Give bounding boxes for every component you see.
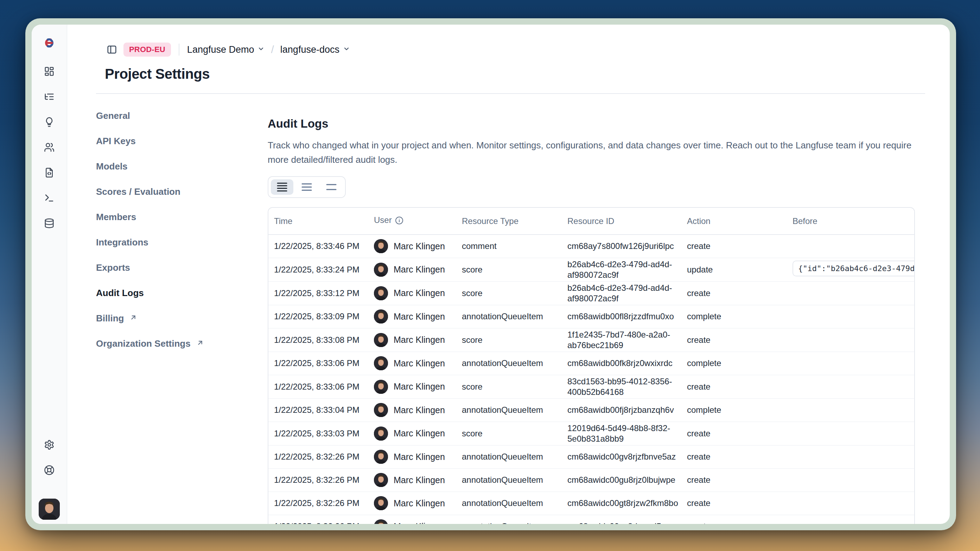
- settings-nav-label: Models: [96, 161, 128, 172]
- rows-dense-button[interactable]: [271, 179, 293, 195]
- settings-gear-icon[interactable]: [44, 440, 54, 450]
- cell-resource-id: 83cd1563-bb95-4012-8356-400b52b64168: [567, 375, 687, 399]
- cell-time: 1/22/2025, 8:33:24 PM: [268, 258, 374, 281]
- settings-nav-item-billing[interactable]: Billing: [96, 313, 268, 324]
- settings-nav-item-audit-logs[interactable]: Audit Logs: [96, 287, 268, 299]
- cell-resource-id: b26ab4c6-d2e3-479d-ad4d-af980072ac9f: [567, 258, 687, 281]
- main-area: PROD-EU Langfuse Demo / langfuse-docs Pr…: [67, 25, 950, 524]
- cell-before: [792, 235, 914, 258]
- settings-nav-label: Exports: [96, 262, 130, 273]
- audit-log-row: 1/22/2025, 8:32:26 PMMarc Klingenannotat…: [268, 492, 914, 515]
- breadcrumb-divider: [179, 44, 180, 56]
- org-dropdown[interactable]: Langfuse Demo: [187, 44, 265, 55]
- col-header-before: Before: [792, 208, 914, 235]
- row-user-name: Marc Klingen: [394, 288, 445, 298]
- row-user-name: Marc Klingen: [394, 521, 445, 524]
- audit-log-row: 1/22/2025, 8:32:26 PMMarc Klingenannotat…: [268, 445, 914, 468]
- file-code-icon[interactable]: [44, 167, 54, 178]
- cell-action: create: [687, 468, 792, 492]
- row-user-avatar: [374, 286, 388, 300]
- rows-relaxed-button[interactable]: [320, 179, 343, 195]
- icon-rail: [32, 25, 67, 524]
- cell-before: [792, 492, 914, 515]
- cell-resource-type: score: [462, 375, 567, 399]
- cell-before: {"id":"b26ab4c6-d2e3-479d-a: [792, 258, 914, 281]
- cell-user: Marc Klingen: [374, 445, 462, 468]
- audit-log-table: Time User Resource Type Resource ID Acti…: [268, 208, 914, 524]
- cell-time: 1/22/2025, 8:32:26 PM: [268, 492, 374, 515]
- users-icon[interactable]: [44, 142, 54, 152]
- settings-nav-label: General: [96, 110, 130, 121]
- settings-nav-item-api-keys[interactable]: API Keys: [96, 135, 268, 147]
- settings-nav-item-organization-settings[interactable]: Organization Settings: [96, 338, 268, 349]
- cell-resource-type: annotationQueueItem: [462, 305, 567, 328]
- section-description: Track who changed what in your project a…: [268, 138, 917, 167]
- settings-nav-item-general[interactable]: General: [96, 110, 268, 121]
- cell-resource-id: 1f1e2435-7bd7-480e-a2a0-ab76bec21b69: [567, 328, 687, 352]
- cell-before: [792, 468, 914, 492]
- info-icon[interactable]: [395, 216, 404, 227]
- cell-resource-id: cm68awidb00fl8rjzzdfmu0xo: [567, 305, 687, 328]
- langfuse-logo-icon[interactable]: [43, 37, 56, 49]
- panel-left-toggle-icon[interactable]: [107, 44, 117, 55]
- cell-resource-id: 12019d64-5d49-48b8-8f32-5e0b831a8bb9: [567, 422, 687, 445]
- before-json-chip[interactable]: {"id":"b26ab4c6-d2e3-479d-a: [792, 260, 915, 276]
- cell-action: create: [687, 375, 792, 399]
- project-dropdown[interactable]: langfuse-docs: [280, 44, 350, 55]
- cell-action: complete: [687, 399, 792, 422]
- row-user-avatar: [374, 356, 388, 370]
- user-avatar[interactable]: [39, 499, 60, 520]
- audit-log-row: 1/22/2025, 8:33:08 PMMarc Klingenscore1f…: [268, 328, 914, 352]
- cell-resource-id: cm68awidc00gu8rjz0lbujwpe: [567, 468, 687, 492]
- cell-action: complete: [687, 352, 792, 375]
- tracing-tree-icon[interactable]: [44, 91, 54, 102]
- rows-medium-button[interactable]: [296, 179, 318, 195]
- audit-log-row: 1/22/2025, 8:32:26 PMMarc Klingenannotat…: [268, 468, 914, 492]
- settings-nav-label: Members: [96, 211, 136, 222]
- row-user-avatar: [374, 496, 388, 510]
- row-user-avatar: [374, 333, 388, 347]
- row-user-name: Marc Klingen: [394, 452, 445, 462]
- row-user-avatar: [374, 403, 388, 417]
- settings-nav-item-scores-evaluation[interactable]: Scores / Evaluation: [96, 186, 268, 197]
- row-user-avatar: [374, 380, 388, 394]
- cell-action: update: [687, 258, 792, 281]
- settings-nav-item-exports[interactable]: Exports: [96, 262, 268, 273]
- app-window: PROD-EU Langfuse Demo / langfuse-docs Pr…: [32, 25, 950, 524]
- settings-nav-item-models[interactable]: Models: [96, 161, 268, 172]
- cell-time: 1/22/2025, 8:33:12 PM: [268, 281, 374, 305]
- cell-action: create: [687, 515, 792, 524]
- cell-resource-id: cm68awidb00fj8rjzbanzqh6v: [567, 399, 687, 422]
- settings-nav: GeneralAPI KeysModelsScores / Evaluation…: [96, 94, 268, 524]
- row-density-toggle-group: [268, 176, 346, 198]
- external-link-icon: [129, 313, 137, 324]
- project-name: langfuse-docs: [280, 44, 339, 55]
- database-icon[interactable]: [44, 218, 54, 229]
- row-user-avatar: [374, 450, 388, 464]
- lightbulb-icon[interactable]: [44, 117, 54, 127]
- row-user-avatar: [374, 310, 388, 324]
- settings-nav-item-members[interactable]: Members: [96, 211, 268, 222]
- cell-before: [792, 422, 914, 445]
- row-user-avatar: [374, 239, 388, 253]
- cell-user: Marc Klingen: [374, 328, 462, 352]
- cell-user: Marc Klingen: [374, 281, 462, 305]
- audit-log-row: 1/22/2025, 8:33:46 PMMarc Klingencomment…: [268, 235, 914, 258]
- chevron-down-icon: [343, 45, 350, 54]
- settings-nav-label: API Keys: [96, 135, 136, 147]
- lifebuoy-icon[interactable]: [44, 465, 54, 475]
- cell-resource-type: annotationQueueItem: [462, 468, 567, 492]
- col-header-user: User: [374, 208, 462, 235]
- row-user-name: Marc Klingen: [394, 475, 445, 485]
- dashboard-icon[interactable]: [44, 66, 54, 77]
- external-link-icon: [196, 338, 204, 349]
- row-user-name: Marc Klingen: [394, 405, 445, 415]
- cell-before: [792, 352, 914, 375]
- cell-resource-type: comment: [462, 235, 567, 258]
- cell-before: [792, 281, 914, 305]
- terminal-icon[interactable]: [44, 193, 54, 203]
- row-user-name: Marc Klingen: [394, 241, 445, 251]
- col-header-time: Time: [268, 208, 374, 235]
- settings-nav-item-integrations[interactable]: Integrations: [96, 237, 268, 248]
- cell-resource-id: b26ab4c6-d2e3-479d-ad4d-af980072ac9f: [567, 281, 687, 305]
